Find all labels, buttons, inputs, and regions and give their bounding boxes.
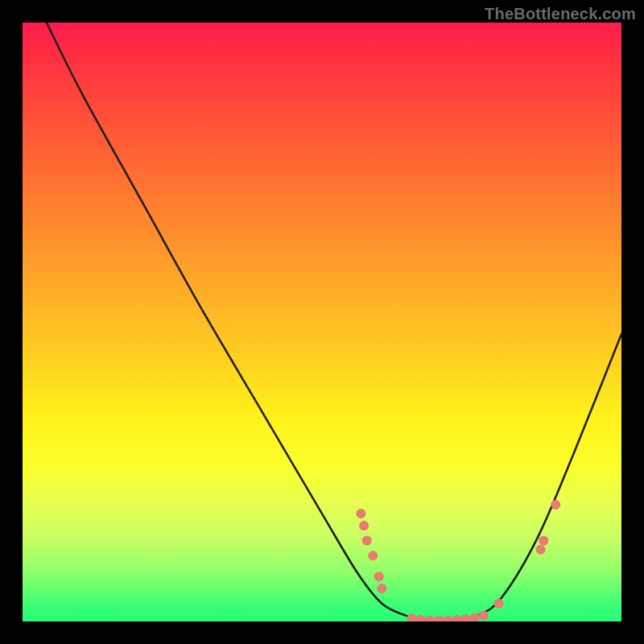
data-marker <box>551 500 560 510</box>
data-marker <box>356 509 365 518</box>
chart-frame: TheBottleneck.com <box>0 0 644 644</box>
watermark-text: TheBottleneck.com <box>485 5 636 23</box>
data-marker <box>416 615 426 621</box>
data-marker <box>368 551 378 560</box>
data-marker <box>359 521 369 530</box>
data-marker <box>536 545 546 555</box>
data-marker <box>362 536 372 546</box>
data-marker <box>443 616 452 622</box>
data-marker <box>434 616 444 622</box>
data-marker <box>479 611 489 621</box>
chart-plot-area <box>23 23 621 621</box>
bottleneck-curve <box>47 23 621 621</box>
data-marker <box>377 584 386 593</box>
data-marker <box>461 614 471 621</box>
data-marker <box>539 536 548 546</box>
data-marker <box>425 616 435 622</box>
data-marker <box>407 613 417 621</box>
data-marker <box>494 599 504 609</box>
data-marker <box>452 615 461 621</box>
data-marker <box>374 572 384 581</box>
chart-svg <box>23 23 621 621</box>
